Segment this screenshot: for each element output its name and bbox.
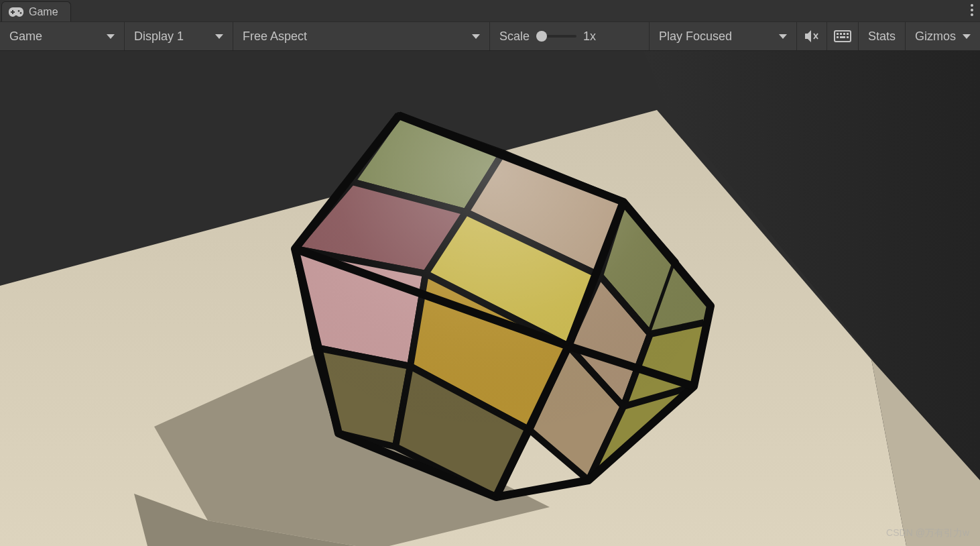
svg-rect-2 xyxy=(840,33,842,35)
svg-rect-5 xyxy=(837,36,839,38)
scale-control: Scale 1x xyxy=(490,22,650,50)
tab-label: Game xyxy=(29,6,58,18)
gizmos-label: Gizmos xyxy=(915,30,956,44)
chevron-down-icon xyxy=(215,34,223,39)
play-mode-dropdown[interactable]: Play Focused xyxy=(650,22,797,50)
display-label: Display 1 xyxy=(134,30,184,44)
chevron-down-icon xyxy=(779,34,787,39)
game-toolbar: Game Display 1 Free Aspect Scale 1x Play… xyxy=(0,21,980,51)
chevron-down-icon xyxy=(472,34,480,39)
mute-audio-button[interactable] xyxy=(797,22,827,50)
view-mode-label: Game xyxy=(9,30,42,44)
aspect-dropdown[interactable]: Free Aspect xyxy=(233,22,490,50)
chevron-down-icon xyxy=(963,34,971,39)
tab-game[interactable]: Game xyxy=(1,1,71,21)
stats-button[interactable]: Stats xyxy=(859,22,906,50)
play-mode-label: Play Focused xyxy=(659,30,732,44)
svg-rect-3 xyxy=(843,33,845,35)
watermark: CSDN @万有引力w xyxy=(886,527,969,539)
gamepad-icon xyxy=(9,7,23,17)
scale-slider[interactable] xyxy=(536,35,576,38)
gizmos-dropdown[interactable]: Gizmos xyxy=(906,22,980,50)
tab-options-button[interactable] xyxy=(971,4,973,16)
aspect-label: Free Aspect xyxy=(243,30,307,44)
svg-rect-1 xyxy=(837,33,839,35)
stats-label: Stats xyxy=(868,30,896,44)
view-mode-dropdown[interactable]: Game xyxy=(0,22,125,50)
game-viewport[interactable] xyxy=(0,51,980,546)
chevron-down-icon xyxy=(107,34,115,39)
svg-rect-7 xyxy=(840,36,845,38)
svg-rect-4 xyxy=(847,33,849,35)
svg-rect-6 xyxy=(847,36,849,38)
display-dropdown[interactable]: Display 1 xyxy=(125,22,233,50)
keyboard-icon-button[interactable] xyxy=(827,22,859,50)
window-tab-bar: Game xyxy=(0,0,980,21)
scale-value: 1x xyxy=(583,30,596,44)
scale-label: Scale xyxy=(499,30,530,44)
